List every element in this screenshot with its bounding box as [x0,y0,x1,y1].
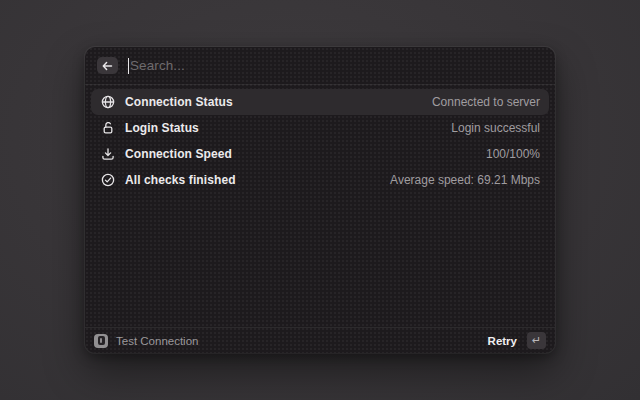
text-caret [128,58,129,74]
list-item[interactable]: All checks finished Average speed: 69.21… [91,167,549,193]
list-item[interactable]: Login Status Login successful [91,115,549,141]
check-circle-icon [100,173,115,188]
search-bar: Search... [85,47,555,85]
globe-icon [100,95,115,110]
list-item-value: Connected to server [432,95,540,109]
results-list: Connection Status Connected to server Lo… [85,85,555,327]
back-button[interactable] [97,57,118,74]
arrow-left-icon [102,61,113,71]
command-palette-window: Search... Connection Status Connected to… [85,47,555,353]
list-item-value: 100/100% [486,147,540,161]
list-item-title: All checks finished [125,173,236,187]
primary-action-button[interactable]: Retry [488,335,517,347]
extension-app-icon [94,334,108,348]
list-item-title: Login Status [125,121,199,135]
footer-bar: Test Connection Retry ↵ [85,327,555,353]
extension-name: Test Connection [116,335,198,347]
list-item-title: Connection Status [125,95,233,109]
search-input[interactable]: Search... [128,58,543,74]
download-icon [100,147,115,162]
enter-key-icon[interactable]: ↵ [527,332,546,349]
search-placeholder: Search... [130,58,185,73]
list-item[interactable]: Connection Speed 100/100% [91,141,549,167]
list-item-value: Login successful [451,121,540,135]
unlock-icon [100,121,115,136]
list-item-value: Average speed: 69.21 Mbps [390,173,540,187]
list-item[interactable]: Connection Status Connected to server [91,89,549,115]
list-item-title: Connection Speed [125,147,232,161]
